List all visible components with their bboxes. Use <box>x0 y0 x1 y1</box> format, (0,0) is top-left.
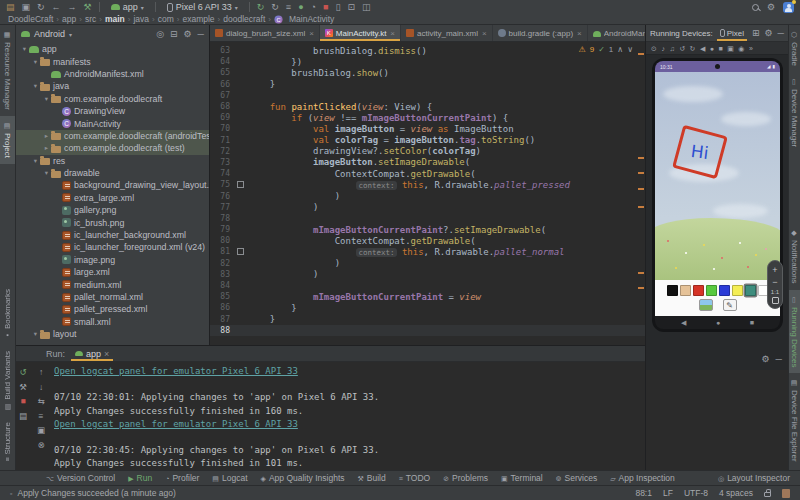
run-tab-app[interactable]: app × <box>71 346 113 361</box>
hide-icon[interactable]: ─ <box>198 30 204 39</box>
event-log-icon[interactable]: ▫ <box>10 490 12 497</box>
tree-item[interactable]: ic_launcher_foreground.xml (v24) <box>16 241 209 253</box>
brush-button[interactable]: ✎ <box>723 299 737 311</box>
rerun-icon[interactable]: ↺ <box>19 368 26 377</box>
tree-item[interactable]: pallet_normal.xml <box>16 291 209 303</box>
forward-icon[interactable]: → <box>68 3 77 12</box>
toolwindow-button-app-inspection[interactable]: ▱App Inspection <box>610 473 675 483</box>
more-icon[interactable]: » <box>749 45 753 52</box>
run-console[interactable]: Open logcat panel for emulator Pixel 6 A… <box>54 366 641 468</box>
tree-chevron-icon[interactable]: ▾ <box>31 330 40 338</box>
gallery-button[interactable] <box>699 299 713 311</box>
next-problem-icon[interactable]: ∨ <box>627 45 633 54</box>
tree-chevron-icon[interactable]: ▾ <box>31 58 40 66</box>
volume-down-icon[interactable]: ♫ <box>669 45 674 52</box>
power-icon[interactable]: ⊙ <box>651 45 657 52</box>
tree-item[interactable]: extra_large.xml <box>16 192 209 204</box>
toolwindow-button-logcat[interactable]: ▤Logcat <box>212 473 247 483</box>
tree-item[interactable]: image.png <box>16 254 209 266</box>
up-stack-icon[interactable]: ↑ <box>39 368 43 377</box>
search-icon[interactable] <box>752 4 759 11</box>
open-project-icon[interactable]: ▤ <box>6 3 15 12</box>
toolwindow-button-terminal[interactable]: ▣Terminal <box>501 473 543 483</box>
tree-item[interactable]: ic_brush.png <box>16 216 209 228</box>
sidebar-item-build-variants[interactable]: ▥Build Variants <box>0 345 15 417</box>
palette-swatch[interactable] <box>732 285 743 296</box>
tree-chevron-icon[interactable]: ▾ <box>31 82 40 90</box>
device-manager-icon[interactable]: ▯ <box>335 3 340 12</box>
hide-icon[interactable]: ─ <box>776 355 782 364</box>
settings-icon[interactable]: ⚙ <box>184 30 192 39</box>
stop-icon[interactable]: ■ <box>20 397 25 406</box>
stop-icon[interactable]: ■ <box>323 3 328 12</box>
rotate-right-icon[interactable]: ↻ <box>690 45 696 52</box>
editor-tab[interactable]: AndroidManifest.xml× <box>588 25 645 41</box>
zoom-in-button[interactable]: + <box>772 265 777 275</box>
run-configuration-selector[interactable]: app ▾ <box>107 2 148 12</box>
breadcrumb-item[interactable]: DoodleCraft <box>8 14 53 24</box>
reader-mode-icon[interactable] <box>782 489 790 498</box>
sidebar-item-device-file-explorer[interactable]: ▤Device File Explorer <box>789 373 800 468</box>
close-icon[interactable]: × <box>577 29 582 38</box>
tree-item[interactable]: ▾drawable <box>16 167 209 179</box>
tree-chevron-icon[interactable]: ▾ <box>42 169 51 177</box>
tree-item[interactable]: background_drawing_view_layout.xml <box>16 179 209 191</box>
palette-swatch[interactable] <box>667 285 678 296</box>
console-link[interactable]: Open logcat panel for emulator Pixel 6 A… <box>54 419 641 432</box>
clear-all-icon[interactable]: ⊗ <box>37 441 44 450</box>
sdk-manager-icon[interactable]: ⊡ <box>347 3 355 12</box>
line-separator[interactable]: LF <box>663 488 673 498</box>
editor-tab[interactable]: MainActivity.kt× <box>320 25 401 41</box>
back-icon[interactable]: ◀ <box>700 45 705 52</box>
tree-item[interactable]: pallet_pressed.xml <box>16 303 209 315</box>
drawable-preview-icon[interactable] <box>237 248 244 255</box>
breadcrumb-item[interactable]: doodlecraft <box>223 14 265 24</box>
new-tab-icon[interactable]: ⊞ <box>752 29 760 38</box>
tree-item[interactable]: DrawingView <box>16 105 209 117</box>
toolwindow-button-app-quality-insights[interactable]: ◈App Quality Insights <box>261 473 345 483</box>
close-icon[interactable]: × <box>104 349 109 359</box>
tree-item[interactable]: ▸com.example.doodlecraft (test) <box>16 142 209 154</box>
palette-swatch[interactable] <box>745 285 756 296</box>
edit-configuration-icon[interactable]: ⚒ <box>19 383 27 392</box>
scroll-to-end-icon[interactable]: ≡ <box>39 412 44 421</box>
emulator-screen[interactable]: 10:31 ◢▮ Hi <box>655 61 780 329</box>
console-link[interactable]: Open logcat panel for emulator Pixel 6 A… <box>54 366 641 379</box>
breadcrumb-item[interactable]: com <box>158 14 174 24</box>
breadcrumb-item[interactable]: src <box>85 14 96 24</box>
readonly-lock-icon[interactable] <box>764 492 771 497</box>
locate-icon[interactable]: ◎ <box>156 30 164 39</box>
close-icon[interactable]: × <box>309 29 314 38</box>
sidebar-item-notifications[interactable]: ◆Notifications <box>789 223 800 290</box>
toolwindow-button-run[interactable]: ▶Run <box>128 473 152 483</box>
tree-item[interactable]: small.xml <box>16 316 209 328</box>
editor-tab[interactable]: activity_main.xml× <box>401 25 493 41</box>
tree-item[interactable]: ▸com.example.doodlecraft (androidTest) <box>16 130 209 142</box>
palette-swatch[interactable] <box>719 285 730 296</box>
sync-icon[interactable]: ↻ <box>37 3 45 12</box>
tree-chevron-icon[interactable]: ▸ <box>42 132 51 140</box>
apply-code-changes-icon[interactable]: ↻ <box>271 3 279 12</box>
run-configurations-icon[interactable]: ≡ <box>286 3 291 12</box>
nav-back-icon[interactable]: ◀ <box>681 319 686 327</box>
tree-item[interactable]: medium.xml <box>16 278 209 290</box>
tree-item[interactable]: large.xml <box>16 266 209 278</box>
inspections-widget[interactable]: ⚠9 ✓1 ∧ ∨ <box>579 45 634 54</box>
apply-changes-icon[interactable]: ↻ <box>257 3 265 12</box>
settings-icon[interactable]: ⚙ <box>762 355 770 364</box>
breadcrumb-item[interactable]: main <box>105 14 125 24</box>
back-icon[interactable]: ← <box>52 3 61 12</box>
sidebar-item-running-devices[interactable]: ▯Running Devices <box>789 290 800 373</box>
nav-overview-icon[interactable]: ■ <box>750 319 754 326</box>
code-area[interactable]: 63 brushDialog.dismiss()64 })65 brushDia… <box>210 42 645 345</box>
device-tab-pixel[interactable]: Pixel <box>717 25 747 41</box>
device-selector[interactable]: Pixel 6 API 33 ▾ <box>163 2 242 12</box>
tree-chevron-icon[interactable]: ▾ <box>31 157 40 165</box>
breadcrumb-item[interactable]: app <box>62 14 76 24</box>
zoom-reset-button[interactable]: 1:1 <box>771 289 779 295</box>
toolwindow-button-problems[interactable]: ⊘Problems <box>443 473 488 483</box>
tree-chevron-icon[interactable]: ▾ <box>20 45 29 53</box>
tree-item[interactable]: ▾app <box>16 43 209 55</box>
editor-tab[interactable]: build.gradle (:app)× <box>493 25 588 41</box>
breadcrumb-item[interactable]: MainActivity <box>289 14 334 24</box>
